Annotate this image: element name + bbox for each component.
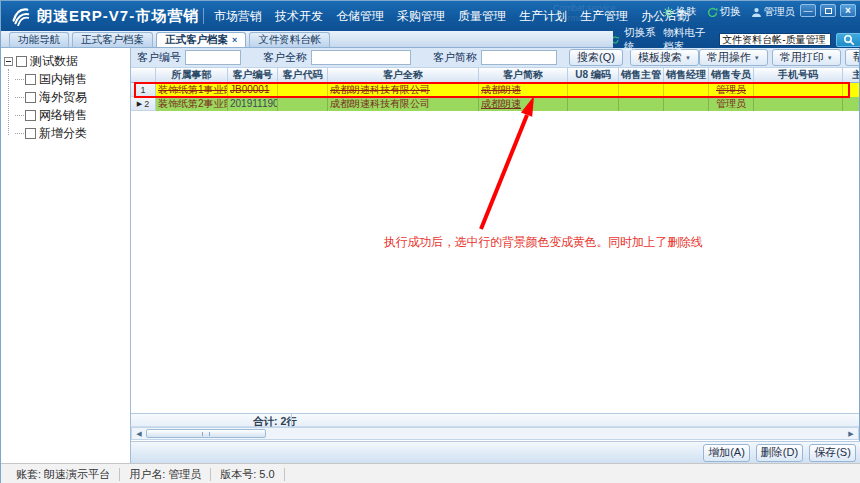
- grid-cell[interactable]: 成都朗速: [479, 83, 568, 97]
- switch-system-link[interactable]: 切换系统: [624, 26, 658, 54]
- grid-cell[interactable]: [664, 83, 709, 97]
- delete-button[interactable]: 删除(D): [756, 444, 803, 462]
- horizontal-scrollbar[interactable]: ◀ ▶: [131, 427, 859, 440]
- grid-cell[interactable]: [568, 83, 619, 97]
- scroll-left-arrow[interactable]: ◀: [133, 428, 145, 439]
- column-header-sales-rep[interactable]: 销售专员: [709, 68, 754, 83]
- global-search-button[interactable]: [836, 33, 860, 47]
- user-button[interactable]: 管理员: [751, 5, 796, 19]
- menu-purchase[interactable]: 采购管理: [397, 8, 445, 25]
- table-row-current[interactable]: 装饰纸第2事业部 201911190001 成都朗速科技有限公司 成都朗速 管理…: [131, 97, 859, 111]
- row-number[interactable]: 1: [131, 83, 156, 97]
- tab-function-nav[interactable]: 功能导航: [9, 32, 69, 47]
- customer-no-input[interactable]: [185, 50, 241, 65]
- grid-cell[interactable]: 201911190001: [228, 97, 278, 111]
- grid-cell[interactable]: [568, 97, 619, 111]
- tree-item-label: 国内销售: [39, 71, 87, 88]
- tab-customer-archive-active[interactable]: 正式客户档案 ×: [156, 32, 246, 47]
- save-button[interactable]: 保存(S): [809, 444, 856, 462]
- global-search-input[interactable]: [719, 33, 831, 46]
- column-header-sales-manager[interactable]: 销售经理: [664, 68, 709, 83]
- annotation-text: 执行成功后，选中行的背景颜色变成黄色。同时加上了删除线: [384, 234, 703, 251]
- menu-warehouse[interactable]: 仓储管理: [336, 8, 384, 25]
- status-bar: 账套: 朗速演示平台 用户名: 管理员 版本号: 5.0: [1, 463, 860, 483]
- search-button[interactable]: 搜索(Q): [569, 49, 623, 66]
- grid-cell[interactable]: JB00001: [228, 83, 278, 97]
- skin-label: 换肤: [676, 5, 697, 19]
- row-number[interactable]: ▶ 2: [131, 97, 156, 111]
- grid-cell-current[interactable]: 成都朗速: [479, 97, 568, 111]
- checkbox[interactable]: [25, 74, 36, 85]
- grid-cell[interactable]: 装饰纸第1事业部: [156, 83, 228, 97]
- tree-item-domestic-sales[interactable]: 国内销售: [1, 70, 130, 88]
- column-header-fullname[interactable]: 客户全称: [328, 68, 479, 83]
- tab-customer-archive-1[interactable]: 正式客户档案: [72, 32, 153, 47]
- material-archive-link[interactable]: 物料电子档案: [663, 26, 714, 54]
- tree-item-overseas-trade[interactable]: 海外贸易: [1, 88, 130, 106]
- grid-cell[interactable]: [278, 83, 328, 97]
- scroll-right-arrow[interactable]: ▶: [845, 428, 857, 439]
- tree-root-test-data[interactable]: 测试数据: [1, 52, 130, 70]
- grid-cell[interactable]: [278, 97, 328, 111]
- help-doc-button[interactable]: 帮助文档: [845, 49, 859, 66]
- add-button[interactable]: 增加(A): [703, 444, 750, 462]
- skin-button[interactable]: 换肤: [663, 5, 697, 19]
- column-header-customer-code[interactable]: 客户代码: [278, 68, 328, 83]
- app-logo-icon: [9, 5, 31, 27]
- common-print-button[interactable]: 常用打印 ▼: [772, 49, 841, 66]
- grid-cell[interactable]: [664, 97, 709, 111]
- close-button[interactable]: ×: [840, 4, 856, 17]
- column-header-dept[interactable]: 所属事部: [156, 68, 228, 83]
- tree-item-new-category[interactable]: 新增分类: [1, 124, 130, 142]
- column-header-mobile[interactable]: 手机号码: [754, 68, 843, 83]
- user-label: 管理员: [764, 5, 796, 19]
- grid-cell[interactable]: [843, 83, 859, 97]
- tab-file-archive[interactable]: 文件资料台帐: [249, 32, 330, 47]
- grid-cell[interactable]: 成都朗速科技有限公司: [328, 83, 479, 97]
- grid-cell[interactable]: [754, 97, 843, 111]
- status-user: 用户名: 管理员: [120, 468, 211, 481]
- chevron-down-icon: ▼: [827, 55, 833, 61]
- checkbox[interactable]: [25, 110, 36, 121]
- collapse-icon[interactable]: [4, 57, 13, 66]
- tree-item-label: 网络销售: [39, 107, 87, 124]
- customer-fullname-input[interactable]: [311, 50, 411, 65]
- tree-connector: [15, 97, 24, 98]
- switch-button[interactable]: 切换: [707, 5, 741, 19]
- tab-close-icon[interactable]: ×: [232, 36, 237, 45]
- column-header-u8-code[interactable]: U8 编码: [568, 68, 619, 83]
- maximize-button[interactable]: [820, 4, 836, 17]
- chevron-down-icon: ▼: [754, 55, 760, 61]
- filter-bar: 客户编号 客户全称 客户简称 搜索(Q) 模板搜索 ▼ 常用操作 ▼ 常用打印 …: [131, 48, 859, 68]
- column-header-customer-no[interactable]: 客户编号: [228, 68, 278, 83]
- grid-cell[interactable]: 管理员: [709, 83, 754, 97]
- tab-strip: 功能导航 正式客户档案 正式客户档案 × 文件资料台帐: [1, 31, 613, 48]
- menu-marketing[interactable]: 市场营销: [214, 8, 262, 25]
- column-header-main-contact[interactable]: 主联系人: [843, 68, 859, 83]
- switch-label: 切换: [720, 5, 741, 19]
- app-window: 朗速ERP-V7-市场营销 市场营销 技术开发 仓储管理 采购管理 质量管理 生…: [0, 0, 860, 483]
- grid-cell[interactable]: 装饰纸第2事业部: [156, 97, 228, 111]
- menu-tech-dev[interactable]: 技术开发: [275, 8, 323, 25]
- minimize-button[interactable]: —: [800, 4, 816, 17]
- menu-quality[interactable]: 质量管理: [458, 8, 506, 25]
- tree-item-online-sales[interactable]: 网络销售: [1, 106, 130, 124]
- app-title: 朗速ERP-V7-市场营销: [37, 7, 199, 26]
- column-header-sales-director[interactable]: 销售主管: [619, 68, 664, 83]
- grid-cell[interactable]: [619, 83, 664, 97]
- checkbox[interactable]: [16, 56, 27, 67]
- common-print-label: 常用打印: [780, 50, 824, 65]
- user-icon: [751, 7, 762, 18]
- grid-cell[interactable]: 成都朗速科技有限公司: [328, 97, 479, 111]
- column-header-shortname[interactable]: 客户简称: [479, 68, 568, 83]
- customer-shortname-input[interactable]: [481, 50, 557, 65]
- checkbox[interactable]: [25, 92, 36, 103]
- table-row-deleted[interactable]: 装饰纸第1事业部 JB00001 成都朗速科技有限公司 成都朗速 管理员 1: [131, 83, 859, 97]
- grid-cell[interactable]: 管理员: [709, 97, 754, 111]
- grid-cell[interactable]: [754, 83, 843, 97]
- scrollbar-thumb[interactable]: [146, 429, 266, 438]
- grid-cell[interactable]: [843, 97, 859, 111]
- tree-item-label: 海外贸易: [39, 89, 87, 106]
- checkbox[interactable]: [25, 128, 36, 139]
- grid-cell[interactable]: [619, 97, 664, 111]
